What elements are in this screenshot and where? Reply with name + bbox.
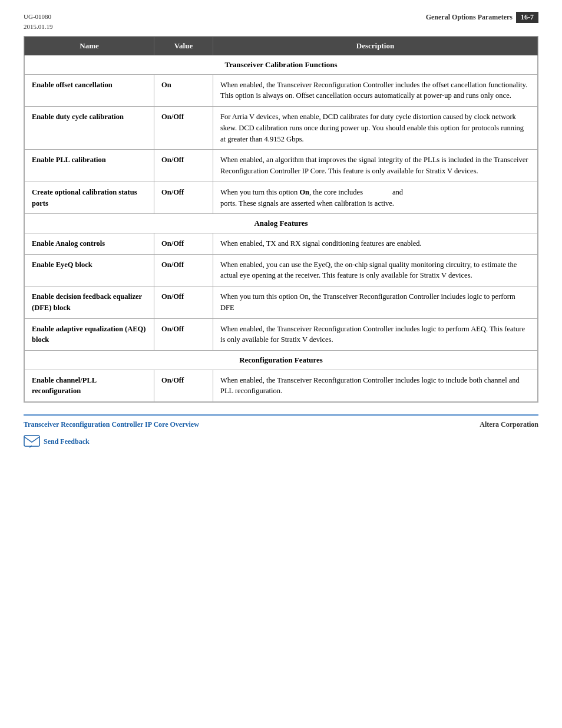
row1-desc: When enabled, the Transceiver Reconfigur…	[213, 74, 538, 107]
table-row: Enable channel/PLL reconfiguration On/Of…	[25, 370, 538, 402]
analog-row4-desc: When enabled, the Transceiver Reconfigur…	[213, 318, 538, 351]
row4-value: On/Off	[154, 182, 213, 214]
section3-header-row: Reconfiguration Features	[25, 351, 538, 370]
analog-row3-name: Enable decision feedback equalizer (DFE)…	[25, 286, 154, 319]
section2-title: Analog Features	[25, 214, 538, 233]
row1-name: Enable offset cancellation	[25, 74, 154, 107]
table-row: Enable adaptive equalization (AEQ) block…	[25, 318, 538, 351]
table-row: Enable EyeQ block On/Off When enabled, y…	[25, 254, 538, 286]
main-table-wrapper: Name Value Description Transceiver Calib…	[24, 36, 538, 403]
page-header: UG-01080 2015.01.19 General Options Para…	[24, 12, 538, 31]
doc-id: UG-01080	[24, 12, 53, 22]
analog-row3-desc: When you turn this option On, the Transc…	[213, 286, 538, 319]
reconfig-row1-desc: When enabled, the Transceiver Reconfigur…	[213, 370, 538, 402]
col-value: Value	[154, 37, 213, 55]
row2-desc: For Arria V devices, when enable, DCD ca…	[213, 107, 538, 150]
row2-name: Enable duty cycle calibration	[25, 107, 154, 150]
row3-desc: When enabled, an algorithm that improves…	[213, 150, 538, 182]
row4-desc-suffix: ports. These signals are asserted when c…	[220, 199, 394, 207]
row3-name: Enable PLL calibration	[25, 150, 154, 182]
analog-row1-name: Enable Analog controls	[25, 233, 154, 254]
analog-row1-value: On/Off	[154, 233, 213, 254]
analog-row4-value: On/Off	[154, 318, 213, 351]
reconfig-row1-name: Enable channel/PLL reconfiguration	[25, 370, 154, 402]
section2-header-row: Analog Features	[25, 214, 538, 233]
row2-value: On/Off	[154, 107, 213, 150]
table-row: Enable Analog controls On/Off When enabl…	[25, 233, 538, 254]
row4-desc-bold: On	[299, 188, 309, 196]
col-name: Name	[25, 37, 154, 55]
analog-row4-name: Enable adaptive equalization (AEQ) block	[25, 318, 154, 351]
analog-row1-desc: When enabled, TX and RX signal condition…	[213, 233, 538, 254]
row4-desc-middle: , the core includes	[309, 188, 363, 196]
table-row: Enable decision feedback equalizer (DFE)…	[25, 286, 538, 319]
doc-info: UG-01080 2015.01.19	[24, 12, 53, 31]
page-number: 16-7	[516, 12, 538, 23]
analog-row3-value: On/Off	[154, 286, 213, 319]
analog-row2-desc: When enabled, you can use the EyeQ, the …	[213, 254, 538, 286]
row4-name: Create optional calibration status ports	[25, 182, 154, 214]
analog-row2-name: Enable EyeQ block	[25, 254, 154, 286]
footer-company: Altera Corporation	[480, 420, 538, 429]
table-row: Enable PLL calibration On/Off When enabl…	[25, 150, 538, 182]
section1-title: Transceiver Calibration Functions	[25, 55, 538, 75]
parameters-table: Name Value Description Transceiver Calib…	[24, 37, 538, 402]
feedback-section: Send Feedback	[24, 435, 538, 448]
svg-rect-0	[24, 436, 39, 446]
row1-value: On	[154, 74, 213, 107]
section1-header-row: Transceiver Calibration Functions	[25, 55, 538, 75]
doc-date: 2015.01.19	[24, 22, 53, 32]
row4-desc-prefix: When you turn this option	[220, 188, 299, 196]
section3-title: Reconfiguration Features	[25, 351, 538, 370]
reconfig-row1-value: On/Off	[154, 370, 213, 402]
page-info: General Options Parameters 16-7	[426, 12, 538, 23]
page: UG-01080 2015.01.19 General Options Para…	[0, 0, 562, 466]
table-header-row: Name Value Description	[25, 37, 538, 55]
page-footer: Transceiver Reconfiguration Controller I…	[24, 414, 538, 429]
feedback-link[interactable]: Send Feedback	[44, 437, 90, 446]
footer-link[interactable]: Transceiver Reconfiguration Controller I…	[24, 420, 199, 429]
table-row: Enable offset cancellation On When enabl…	[25, 74, 538, 107]
analog-row2-value: On/Off	[154, 254, 213, 286]
row4-desc: When you turn this option On, the core i…	[213, 182, 538, 214]
table-row: Enable duty cycle calibration On/Off For…	[25, 107, 538, 150]
table-row: Create optional calibration status ports…	[25, 182, 538, 214]
section-title: General Options Parameters	[426, 13, 513, 22]
col-description: Description	[213, 37, 538, 55]
feedback-icon	[24, 435, 40, 448]
row4-desc-and: and	[392, 188, 403, 196]
row3-value: On/Off	[154, 150, 213, 182]
